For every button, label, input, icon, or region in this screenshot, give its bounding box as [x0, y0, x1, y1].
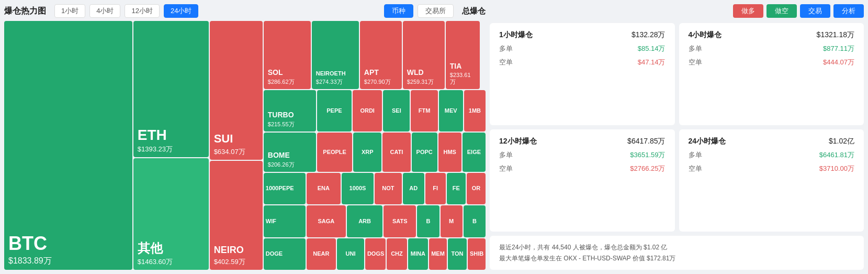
wif-cell[interactable]: WIF [264, 205, 306, 237]
people-cell[interactable]: PEOPLE [317, 133, 353, 171]
ad-cell[interactable]: AD [403, 173, 424, 204]
filter-coin[interactable]: 币种 [384, 4, 413, 18]
mem-cell[interactable]: MEM [429, 238, 447, 270]
trade-button[interactable]: 交易 [800, 4, 830, 18]
ftm-name: FTM [419, 107, 431, 114]
header-bar: 爆仓热力图 1小时 4小时 12小时 24小时 币种 交易所 总爆仓 [4, 4, 486, 18]
1000pepe-cell[interactable]: 1000PEPE [264, 173, 306, 204]
b1-cell[interactable]: B [417, 205, 439, 237]
mina-cell[interactable]: MINA [408, 238, 428, 270]
not-cell[interactable]: NOT [375, 173, 401, 204]
1000s-name: 1000S [350, 185, 366, 192]
ordi-name: ORDI [360, 107, 375, 114]
sei-cell[interactable]: SEI [383, 90, 410, 131]
eige-name: EIGE [467, 149, 481, 156]
stat-1h-total: $132.28万 [632, 30, 666, 40]
time-btn-24h[interactable]: 24小时 [164, 4, 198, 18]
people-name: PEOPLE [323, 149, 346, 156]
1000pepe-name: 1000PEPE [266, 185, 294, 192]
arb-name: ARB [358, 218, 371, 225]
bome-name: BOME [268, 151, 312, 160]
fi-cell[interactable]: FI [425, 173, 446, 204]
long-button[interactable]: 做多 [733, 4, 763, 18]
hms-cell[interactable]: HMS [438, 133, 461, 171]
right-section: 做多 做空 交易 分析 1小时爆仓 $132.28万 多单 $85.14万 空单… [490, 4, 864, 270]
analyze-button[interactable]: 分析 [833, 4, 864, 18]
turbo-value: $215.55万 [268, 120, 312, 128]
tia-name: TIA [450, 62, 476, 71]
time-btn-1h[interactable]: 1小时 [54, 4, 85, 18]
stat-1h-long-label: 多单 [499, 44, 513, 53]
ordi-cell[interactable]: ORDI [353, 90, 382, 131]
neiroeth-name: NEIROETH [316, 70, 355, 77]
stat-4h-short-label: 空单 [689, 58, 702, 67]
shib-name: SHIB [470, 250, 483, 257]
shib-cell[interactable]: SHIB [468, 238, 486, 270]
b2-name: B [472, 218, 477, 225]
bome-cell[interactable]: BOME $206.26万 [264, 133, 316, 171]
ena-cell[interactable]: ENA [307, 173, 341, 204]
turbo-cell[interactable]: TURBO $215.55万 [264, 90, 316, 131]
stat-card-4h: 4小时爆仓 $1321.18万 多单 $877.11万 空单 $444.07万 [679, 23, 864, 125]
time-btn-12h[interactable]: 12小时 [125, 4, 159, 18]
stats-grid: 1小时爆仓 $132.28万 多单 $85.14万 空单 $47.14万 4小时… [490, 23, 864, 232]
eige-cell[interactable]: EIGE [463, 133, 486, 171]
chz-cell[interactable]: CHZ [387, 238, 407, 270]
ad-name: AD [409, 185, 418, 192]
b2-cell[interactable]: B [464, 205, 486, 237]
near-cell[interactable]: NEAR [307, 238, 336, 270]
uni-cell[interactable]: UNI [337, 238, 364, 270]
fe-cell[interactable]: FE [447, 173, 466, 204]
ftm-cell[interactable]: FTM [411, 90, 437, 131]
sui-cell[interactable]: SUI $634.07万 [210, 21, 263, 160]
other-cell[interactable]: 其他 $1463.60万 [133, 158, 209, 270]
saga-cell[interactable]: SAGA [307, 205, 346, 237]
mem-name: MEM [431, 250, 445, 257]
1mb-cell[interactable]: 1MB [464, 90, 486, 131]
xrp-cell[interactable]: XRP [353, 133, 381, 171]
stat-1h-title: 1小时爆仓 [499, 30, 533, 40]
popc-name: POPC [416, 149, 433, 156]
eth-value: $1393.23万 [138, 145, 205, 154]
arb-cell[interactable]: ARB [347, 205, 383, 237]
cati-name: CATI [390, 149, 403, 156]
btc-cell[interactable]: BTC $1833.89万 [4, 21, 132, 270]
cati-cell[interactable]: CATI [382, 133, 411, 171]
mev-cell[interactable]: MEV [439, 90, 463, 131]
eth-cell[interactable]: ETH $1393.23万 [133, 21, 209, 157]
sol-value: $286.62万 [268, 78, 307, 86]
sol-cell[interactable]: SOL $286.62万 [264, 21, 311, 89]
stat-12h-title: 12小时爆仓 [499, 137, 537, 146]
or-cell[interactable]: OR [467, 173, 486, 204]
wld-value: $259.31万 [407, 78, 441, 86]
stat-4h-total: $1321.18万 [817, 30, 854, 40]
pepe-cell[interactable]: PEPE [317, 90, 352, 131]
turbo-name: TURBO [268, 111, 312, 119]
sats-cell[interactable]: SATS [384, 205, 416, 237]
neiro-cell[interactable]: NEIRO $402.59万 [210, 161, 263, 270]
short-button[interactable]: 做空 [766, 4, 797, 18]
notice-line1: 最近24小时，共有 44,540 人被爆仓，爆仓总金额为 $1.02 亿 [499, 242, 854, 253]
stat-12h-total: $6417.85万 [627, 137, 665, 146]
apt-cell[interactable]: APT $270.90万 [360, 21, 402, 89]
stat-4h-long-val: $877.11万 [823, 44, 854, 53]
xrp-name: XRP [362, 149, 374, 156]
hms-name: HMS [443, 149, 456, 156]
filter-exchange[interactable]: 交易所 [418, 4, 454, 18]
section-label: 总爆仓 [462, 6, 486, 16]
ton-cell[interactable]: TON [448, 238, 467, 270]
neiro-value: $402.59万 [214, 257, 258, 267]
doge-cell[interactable]: DOGE [264, 238, 306, 270]
stat-card-12h: 12小时爆仓 $6417.85万 多单 $3651.59万 空单 $2766.2… [490, 129, 675, 232]
stat-24h-total: $1.02亿 [829, 137, 854, 146]
tia-cell[interactable]: TIA $233.61万 [446, 21, 480, 89]
stat-card-1h: 1小时爆仓 $132.28万 多单 $85.14万 空单 $47.14万 [490, 23, 675, 125]
neiroeth-cell[interactable]: NEIROETH $274.33万 [312, 21, 359, 89]
wld-cell[interactable]: WLD $259.31万 [403, 21, 445, 89]
m1-cell[interactable]: M [441, 205, 463, 237]
1000s-cell[interactable]: 1000S [342, 173, 374, 204]
time-btn-4h[interactable]: 4小时 [89, 4, 120, 18]
dogs-cell[interactable]: DOGS [365, 238, 386, 270]
popc-cell[interactable]: POPC [412, 133, 437, 171]
col-mixed: SOL $286.62万 NEIROETH $274.33万 APT $270.… [264, 21, 486, 270]
